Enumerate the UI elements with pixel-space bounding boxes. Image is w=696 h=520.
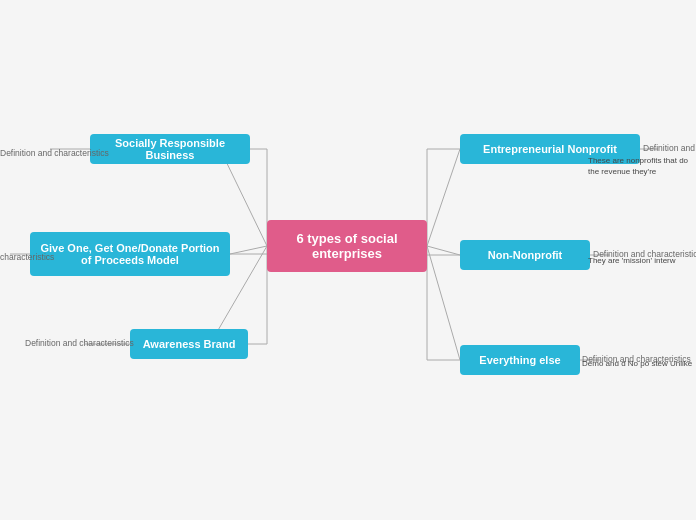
nonprofit-label: Non-Nonprofit — [488, 249, 563, 261]
nonprofit-desc: They are 'mission' interw — [588, 255, 696, 266]
everything-desc: Demo and d No po stew Unlike — [582, 358, 695, 369]
entrepreneurial-label: Entrepreneurial Nonprofit — [483, 143, 617, 155]
awareness-connector-label: Definition and characteristics — [25, 338, 134, 348]
svg-line-7 — [427, 149, 460, 246]
awareness-label: Awareness Brand — [143, 338, 236, 350]
everything-label: Everything else — [479, 354, 560, 366]
nonprofit-node[interactable]: Non-Nonprofit — [460, 240, 590, 270]
srb-label: Socially Responsible Business — [100, 137, 240, 161]
mind-map: 6 types of social enterprises Socially R… — [0, 0, 696, 520]
everything-node[interactable]: Everything else — [460, 345, 580, 375]
give-one-label: Give One, Get One/Donate Portion of Proc… — [40, 242, 220, 266]
svg-line-11 — [427, 246, 460, 360]
svg-line-9 — [427, 246, 460, 255]
svg-line-2 — [230, 246, 267, 254]
srb-node[interactable]: Socially Responsible Business — [90, 134, 250, 164]
give-one-connector-label: characteristics — [0, 252, 54, 262]
give-one-node[interactable]: Give One, Get One/Donate Portion of Proc… — [30, 232, 230, 276]
entrepreneurial-desc: These are nonprofits that do the revenue… — [588, 155, 696, 177]
awareness-node[interactable]: Awareness Brand — [130, 329, 248, 359]
center-node[interactable]: 6 types of social enterprises — [267, 220, 427, 272]
center-node-label: 6 types of social enterprises — [277, 231, 417, 261]
entrepreneurial-connector-label: Definition and characteristics — [643, 143, 696, 153]
srb-connector-label: Definition and characteristics — [0, 148, 109, 158]
